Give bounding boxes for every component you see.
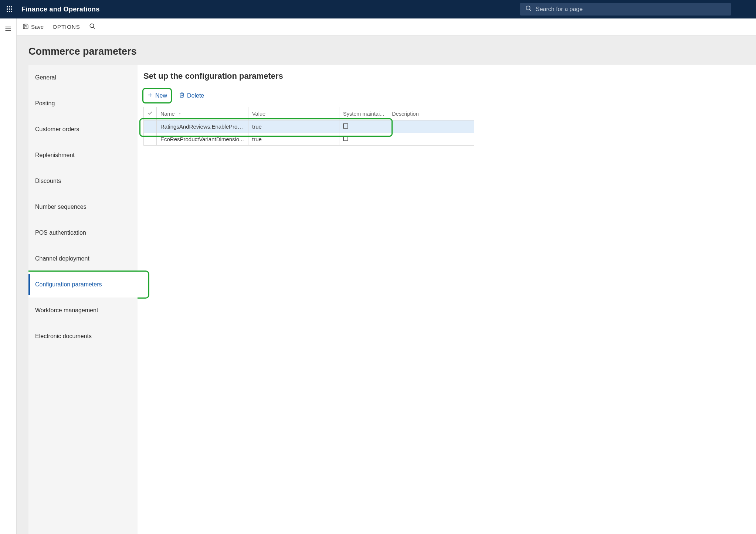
svg-rect-2: [11, 6, 12, 7]
toolbar-search-icon[interactable]: [89, 23, 96, 31]
col-header-select[interactable]: [144, 107, 157, 120]
cell-description[interactable]: [388, 120, 474, 133]
global-search[interactable]: [520, 3, 731, 16]
sort-asc-icon: ↑: [179, 111, 181, 117]
svg-rect-1: [9, 6, 10, 7]
new-label: New: [155, 92, 167, 99]
trash-icon: [179, 92, 185, 99]
sidebar-item-pos-authentication[interactable]: POS authentication: [28, 220, 138, 246]
table-row[interactable]: RatingsAndReviews.EnableProd...true: [144, 120, 474, 133]
cell-name[interactable]: EcoResProductVariantDimensio...: [157, 133, 248, 146]
svg-line-10: [529, 9, 531, 11]
sidebar-item-label: Channel deployment: [35, 255, 89, 262]
sidebar-item-electronic-documents[interactable]: Electronic documents: [28, 323, 138, 349]
sidebar-item-workforce-management[interactable]: Workforce management: [28, 297, 138, 323]
col-header-description[interactable]: Description: [388, 107, 474, 120]
cell-value[interactable]: true: [248, 120, 339, 133]
sidebar-item-label: Replenishment: [35, 152, 75, 159]
checkbox-icon[interactable]: [343, 136, 348, 141]
save-button[interactable]: Save: [23, 23, 44, 31]
col-header-value[interactable]: Value: [248, 107, 339, 120]
sidebar-item-discounts[interactable]: Discounts: [28, 168, 138, 194]
svg-rect-0: [7, 6, 8, 7]
top-header: Finance and Operations: [0, 0, 756, 18]
new-button[interactable]: New: [143, 90, 171, 102]
svg-point-9: [526, 6, 530, 10]
sidebar-item-configuration-parameters[interactable]: Configuration parameters: [28, 272, 138, 297]
sidebar-item-label: Electronic documents: [35, 333, 92, 340]
cell-value[interactable]: true: [248, 133, 339, 146]
svg-rect-4: [9, 8, 10, 10]
sidebar-item-label: Posting: [35, 100, 55, 107]
save-icon: [23, 23, 29, 31]
sidebar-item-label: Customer orders: [35, 126, 79, 133]
sidebar-item-channel-deployment[interactable]: Channel deployment: [28, 246, 138, 272]
cell-description[interactable]: [388, 133, 474, 146]
sidebar-item-label: Discounts: [35, 178, 61, 184]
search-icon: [525, 5, 532, 13]
sidebar-item-label: Workforce management: [35, 307, 98, 314]
svg-rect-5: [11, 8, 12, 10]
options-button[interactable]: OPTIONS: [52, 24, 80, 30]
row-select-cell[interactable]: [144, 120, 157, 133]
sidebar-item-label: Number sequences: [35, 204, 87, 210]
sidebar-item-label: POS authentication: [35, 229, 86, 236]
plus-icon: [147, 92, 153, 99]
svg-line-15: [93, 27, 95, 29]
svg-rect-3: [7, 8, 8, 10]
cell-system[interactable]: [339, 133, 388, 146]
svg-rect-7: [9, 11, 10, 12]
delete-button[interactable]: Delete: [175, 90, 208, 102]
action-toolbar: Save OPTIONS: [17, 18, 756, 35]
row-select-cell[interactable]: [144, 133, 157, 146]
svg-rect-6: [7, 11, 8, 12]
search-input[interactable]: [536, 6, 726, 13]
sidebar-item-replenishment[interactable]: Replenishment: [28, 142, 138, 168]
sidebar-item-label: Configuration parameters: [35, 281, 102, 288]
checkbox-icon[interactable]: [343, 123, 348, 129]
left-rail: [0, 18, 17, 534]
section-title: Set up the configuration parameters: [143, 71, 750, 81]
delete-label: Delete: [187, 92, 204, 99]
sidebar-item-label: General: [35, 74, 56, 81]
page-title: Commerce parameters: [28, 46, 756, 57]
sidebar-item-general[interactable]: General: [28, 65, 138, 91]
cell-system[interactable]: [339, 120, 388, 133]
grid-action-row: New Delete: [143, 90, 750, 102]
col-header-name[interactable]: Name ↑: [157, 107, 248, 120]
hamburger-icon[interactable]: [1, 22, 15, 35]
app-title: Finance and Operations: [21, 6, 100, 13]
sidebar-item-posting[interactable]: Posting: [28, 91, 138, 116]
sidebar-item-customer-orders[interactable]: Customer orders: [28, 116, 138, 142]
save-label: Save: [31, 24, 44, 30]
cell-name[interactable]: RatingsAndReviews.EnableProd...: [157, 120, 248, 133]
col-header-system[interactable]: System maintai...: [339, 107, 388, 120]
sidebar-nav: GeneralPostingCustomer ordersReplenishme…: [28, 65, 138, 534]
sidebar-item-number-sequences[interactable]: Number sequences: [28, 194, 138, 220]
config-grid: Name ↑ Value System maintai... Descripti…: [143, 107, 474, 146]
svg-rect-8: [11, 11, 12, 12]
main-panel: Set up the configuration parameters New: [138, 65, 756, 534]
table-row[interactable]: EcoResProductVariantDimensio...true: [144, 133, 474, 146]
svg-point-14: [90, 24, 94, 28]
app-launcher-icon[interactable]: [3, 3, 16, 16]
